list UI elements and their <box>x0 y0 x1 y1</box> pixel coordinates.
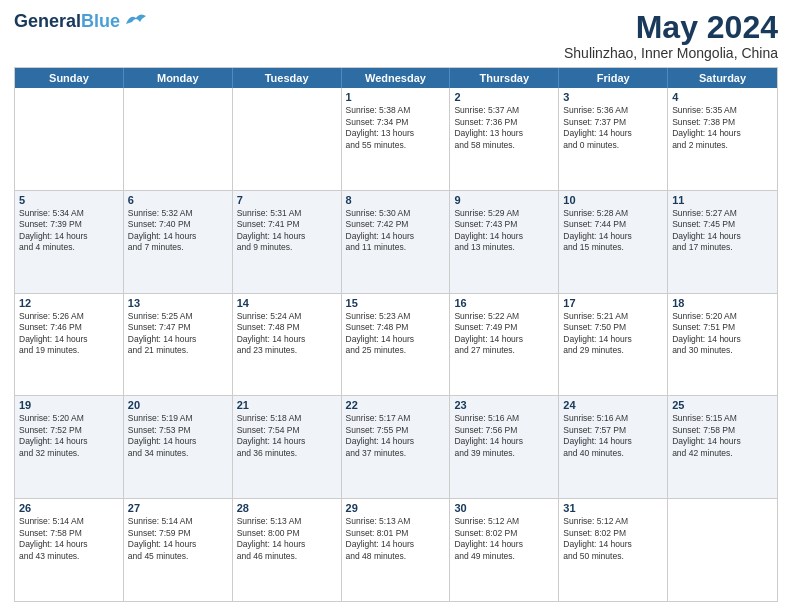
calendar-cell-11: 11Sunrise: 5:27 AM Sunset: 7:45 PM Dayli… <box>668 191 777 293</box>
calendar-cell-27: 27Sunrise: 5:14 AM Sunset: 7:59 PM Dayli… <box>124 499 233 601</box>
logo-text: GeneralBlue <box>14 12 120 32</box>
cell-date-number: 30 <box>454 502 554 514</box>
cell-date-number: 16 <box>454 297 554 309</box>
day-header-thursday: Thursday <box>450 68 559 88</box>
main-title: May 2024 <box>564 10 778 45</box>
cell-date-number: 29 <box>346 502 446 514</box>
calendar-cell-empty <box>15 88 124 190</box>
calendar-body: 1Sunrise: 5:38 AM Sunset: 7:34 PM Daylig… <box>15 88 777 601</box>
cell-info-text: Sunrise: 5:29 AM Sunset: 7:43 PM Dayligh… <box>454 208 554 254</box>
subtitle: Shulinzhao, Inner Mongolia, China <box>564 45 778 61</box>
cell-date-number: 9 <box>454 194 554 206</box>
calendar-cell-18: 18Sunrise: 5:20 AM Sunset: 7:51 PM Dayli… <box>668 294 777 396</box>
calendar-row-3: 19Sunrise: 5:20 AM Sunset: 7:52 PM Dayli… <box>15 396 777 499</box>
calendar-cell-9: 9Sunrise: 5:29 AM Sunset: 7:43 PM Daylig… <box>450 191 559 293</box>
logo-bird-icon <box>122 10 150 30</box>
calendar-cell-26: 26Sunrise: 5:14 AM Sunset: 7:58 PM Dayli… <box>15 499 124 601</box>
logo: GeneralBlue <box>14 12 150 32</box>
cell-info-text: Sunrise: 5:13 AM Sunset: 8:01 PM Dayligh… <box>346 516 446 562</box>
calendar-cell-6: 6Sunrise: 5:32 AM Sunset: 7:40 PM Daylig… <box>124 191 233 293</box>
calendar-cell-17: 17Sunrise: 5:21 AM Sunset: 7:50 PM Dayli… <box>559 294 668 396</box>
cell-info-text: Sunrise: 5:22 AM Sunset: 7:49 PM Dayligh… <box>454 311 554 357</box>
cell-info-text: Sunrise: 5:16 AM Sunset: 7:56 PM Dayligh… <box>454 413 554 459</box>
cell-date-number: 26 <box>19 502 119 514</box>
calendar-cell-empty <box>668 499 777 601</box>
cell-date-number: 24 <box>563 399 663 411</box>
cell-date-number: 12 <box>19 297 119 309</box>
cell-date-number: 22 <box>346 399 446 411</box>
calendar-cell-20: 20Sunrise: 5:19 AM Sunset: 7:53 PM Dayli… <box>124 396 233 498</box>
calendar-cell-31: 31Sunrise: 5:12 AM Sunset: 8:02 PM Dayli… <box>559 499 668 601</box>
calendar-cell-5: 5Sunrise: 5:34 AM Sunset: 7:39 PM Daylig… <box>15 191 124 293</box>
cell-info-text: Sunrise: 5:18 AM Sunset: 7:54 PM Dayligh… <box>237 413 337 459</box>
cell-info-text: Sunrise: 5:36 AM Sunset: 7:37 PM Dayligh… <box>563 105 663 151</box>
cell-info-text: Sunrise: 5:27 AM Sunset: 7:45 PM Dayligh… <box>672 208 773 254</box>
cell-date-number: 23 <box>454 399 554 411</box>
cell-info-text: Sunrise: 5:38 AM Sunset: 7:34 PM Dayligh… <box>346 105 446 151</box>
calendar: SundayMondayTuesdayWednesdayThursdayFrid… <box>14 67 778 602</box>
cell-info-text: Sunrise: 5:34 AM Sunset: 7:39 PM Dayligh… <box>19 208 119 254</box>
cell-date-number: 10 <box>563 194 663 206</box>
calendar-row-4: 26Sunrise: 5:14 AM Sunset: 7:58 PM Dayli… <box>15 499 777 601</box>
day-header-saturday: Saturday <box>668 68 777 88</box>
calendar-cell-2: 2Sunrise: 5:37 AM Sunset: 7:36 PM Daylig… <box>450 88 559 190</box>
cell-date-number: 2 <box>454 91 554 103</box>
cell-info-text: Sunrise: 5:13 AM Sunset: 8:00 PM Dayligh… <box>237 516 337 562</box>
cell-date-number: 8 <box>346 194 446 206</box>
day-header-sunday: Sunday <box>15 68 124 88</box>
cell-date-number: 28 <box>237 502 337 514</box>
calendar-cell-25: 25Sunrise: 5:15 AM Sunset: 7:58 PM Dayli… <box>668 396 777 498</box>
cell-date-number: 7 <box>237 194 337 206</box>
calendar-cell-29: 29Sunrise: 5:13 AM Sunset: 8:01 PM Dayli… <box>342 499 451 601</box>
calendar-cell-13: 13Sunrise: 5:25 AM Sunset: 7:47 PM Dayli… <box>124 294 233 396</box>
cell-info-text: Sunrise: 5:14 AM Sunset: 7:58 PM Dayligh… <box>19 516 119 562</box>
calendar-cell-22: 22Sunrise: 5:17 AM Sunset: 7:55 PM Dayli… <box>342 396 451 498</box>
cell-info-text: Sunrise: 5:30 AM Sunset: 7:42 PM Dayligh… <box>346 208 446 254</box>
calendar-cell-14: 14Sunrise: 5:24 AM Sunset: 7:48 PM Dayli… <box>233 294 342 396</box>
calendar-row-0: 1Sunrise: 5:38 AM Sunset: 7:34 PM Daylig… <box>15 88 777 191</box>
cell-info-text: Sunrise: 5:15 AM Sunset: 7:58 PM Dayligh… <box>672 413 773 459</box>
calendar-cell-3: 3Sunrise: 5:36 AM Sunset: 7:37 PM Daylig… <box>559 88 668 190</box>
calendar-cell-23: 23Sunrise: 5:16 AM Sunset: 7:56 PM Dayli… <box>450 396 559 498</box>
cell-info-text: Sunrise: 5:31 AM Sunset: 7:41 PM Dayligh… <box>237 208 337 254</box>
calendar-cell-12: 12Sunrise: 5:26 AM Sunset: 7:46 PM Dayli… <box>15 294 124 396</box>
calendar-cell-24: 24Sunrise: 5:16 AM Sunset: 7:57 PM Dayli… <box>559 396 668 498</box>
cell-info-text: Sunrise: 5:26 AM Sunset: 7:46 PM Dayligh… <box>19 311 119 357</box>
cell-date-number: 3 <box>563 91 663 103</box>
cell-date-number: 4 <box>672 91 773 103</box>
calendar-cell-empty <box>233 88 342 190</box>
calendar-cell-30: 30Sunrise: 5:12 AM Sunset: 8:02 PM Dayli… <box>450 499 559 601</box>
cell-info-text: Sunrise: 5:20 AM Sunset: 7:51 PM Dayligh… <box>672 311 773 357</box>
cell-date-number: 31 <box>563 502 663 514</box>
calendar-cell-4: 4Sunrise: 5:35 AM Sunset: 7:38 PM Daylig… <box>668 88 777 190</box>
cell-date-number: 27 <box>128 502 228 514</box>
calendar-cell-7: 7Sunrise: 5:31 AM Sunset: 7:41 PM Daylig… <box>233 191 342 293</box>
cell-date-number: 25 <box>672 399 773 411</box>
cell-info-text: Sunrise: 5:20 AM Sunset: 7:52 PM Dayligh… <box>19 413 119 459</box>
cell-info-text: Sunrise: 5:16 AM Sunset: 7:57 PM Dayligh… <box>563 413 663 459</box>
calendar-row-2: 12Sunrise: 5:26 AM Sunset: 7:46 PM Dayli… <box>15 294 777 397</box>
calendar-cell-28: 28Sunrise: 5:13 AM Sunset: 8:00 PM Dayli… <box>233 499 342 601</box>
cell-date-number: 14 <box>237 297 337 309</box>
cell-info-text: Sunrise: 5:25 AM Sunset: 7:47 PM Dayligh… <box>128 311 228 357</box>
cell-info-text: Sunrise: 5:24 AM Sunset: 7:48 PM Dayligh… <box>237 311 337 357</box>
cell-date-number: 17 <box>563 297 663 309</box>
cell-date-number: 20 <box>128 399 228 411</box>
calendar-cell-19: 19Sunrise: 5:20 AM Sunset: 7:52 PM Dayli… <box>15 396 124 498</box>
page: GeneralBlue May 2024 Shulinzhao, Inner M… <box>0 0 792 612</box>
cell-info-text: Sunrise: 5:17 AM Sunset: 7:55 PM Dayligh… <box>346 413 446 459</box>
cell-info-text: Sunrise: 5:12 AM Sunset: 8:02 PM Dayligh… <box>454 516 554 562</box>
calendar-cell-1: 1Sunrise: 5:38 AM Sunset: 7:34 PM Daylig… <box>342 88 451 190</box>
day-header-wednesday: Wednesday <box>342 68 451 88</box>
cell-date-number: 18 <box>672 297 773 309</box>
day-header-friday: Friday <box>559 68 668 88</box>
calendar-cell-16: 16Sunrise: 5:22 AM Sunset: 7:49 PM Dayli… <box>450 294 559 396</box>
calendar-header: SundayMondayTuesdayWednesdayThursdayFrid… <box>15 68 777 88</box>
title-section: May 2024 Shulinzhao, Inner Mongolia, Chi… <box>564 10 778 61</box>
cell-date-number: 19 <box>19 399 119 411</box>
calendar-cell-21: 21Sunrise: 5:18 AM Sunset: 7:54 PM Dayli… <box>233 396 342 498</box>
header: GeneralBlue May 2024 Shulinzhao, Inner M… <box>14 10 778 61</box>
calendar-cell-8: 8Sunrise: 5:30 AM Sunset: 7:42 PM Daylig… <box>342 191 451 293</box>
day-header-monday: Monday <box>124 68 233 88</box>
cell-info-text: Sunrise: 5:21 AM Sunset: 7:50 PM Dayligh… <box>563 311 663 357</box>
